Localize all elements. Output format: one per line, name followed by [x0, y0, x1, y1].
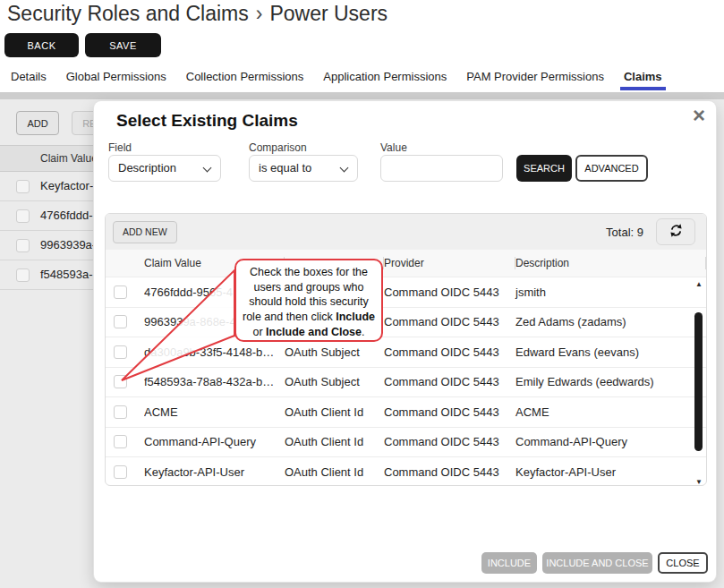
claim-type-cell: OAuth Subject [285, 315, 384, 328]
provider-cell: Command OIDC 5443 [384, 345, 515, 359]
description-cell: Command-API-Query [515, 435, 706, 448]
row-checkbox[interactable] [114, 435, 127, 448]
description-cell: Zed Adams (zadams) [515, 315, 706, 328]
tab-application-permissions[interactable]: Application Permissions [323, 70, 447, 90]
claim-type-cell: OAuth Subject [285, 285, 384, 299]
row-checkbox[interactable] [114, 405, 127, 419]
provider-cell: Command OIDC 5443 [384, 435, 515, 448]
tab-bar: DetailsGlobal PermissionsCollection Perm… [11, 70, 662, 90]
column-header-provider: Provider [384, 250, 515, 277]
breadcrumb-parent[interactable]: Security Roles and Claims [7, 2, 249, 25]
add-new-button[interactable]: ADD NEW [113, 221, 177, 243]
row-checkbox[interactable] [114, 345, 127, 359]
save-button[interactable]: SAVE [85, 33, 161, 57]
add-button[interactable]: ADD [16, 111, 59, 135]
close-icon[interactable]: × [693, 103, 705, 129]
breadcrumb: Security Roles and Claims›Power Users [7, 2, 388, 26]
advanced-button[interactable]: ADVANCED [575, 155, 648, 182]
claim-value-cell: f548593a- [40, 268, 93, 281]
claim-type-cell: OAuth Client Id [285, 405, 384, 419]
grid-column-headers: Claim ValueClaim TypeProviderDescription [106, 250, 706, 277]
list-item: Keyfactor-API-UserOAuth Client IdCommand… [106, 456, 706, 486]
search-button[interactable]: SEARCH [516, 155, 572, 182]
row-checkbox[interactable] [16, 239, 30, 252]
provider-cell: Command OIDC 5443 [384, 375, 515, 388]
total-count: Total: 9 [606, 226, 643, 239]
list-item: ACMEOAuth Client IdCommand OIDC 5443ACME [106, 396, 706, 427]
tab-pam-provider-permissions[interactable]: PAM Provider Permissions [466, 70, 604, 90]
list-item: Command-API-QueryOAuth Client IdCommand … [106, 427, 706, 457]
provider-cell: Command OIDC 5443 [384, 285, 515, 299]
claim-value-cell: f548593a-78a8-432a-b… [144, 375, 285, 388]
claims-grid: ADD NEW Total: 9 Claim ValueClaim TypePr… [105, 213, 707, 486]
content-divider [0, 92, 724, 99]
claim-type-cell: OAuth Subject [285, 345, 384, 359]
scroll-up-icon[interactable]: ▲ [694, 280, 704, 288]
claim-value-cell: ACME [144, 405, 285, 419]
provider-cell: Command OIDC 5443 [384, 315, 515, 328]
description-cell: Keyfactor-API-User [515, 465, 706, 479]
claim-type-cell: OAuth Subject [285, 375, 384, 388]
grid-toolbar: ADD NEW Total: 9 [106, 214, 706, 250]
comparison-label: Comparison [249, 141, 307, 154]
chevron-down-icon [203, 164, 212, 173]
claim-type-cell: OAuth Client Id [285, 465, 384, 479]
refresh-button[interactable] [656, 218, 695, 245]
list-item: 4766fddd-9565-4…OAuth SubjectCommand OID… [106, 277, 706, 307]
value-label: Value [380, 141, 407, 154]
refresh-icon [669, 223, 684, 242]
page-title: Power Users [269, 2, 388, 25]
claim-value-cell: Keyfactor- [40, 179, 93, 192]
back-button[interactable]: BACK [4, 33, 79, 57]
header-checkbox-spacer [106, 250, 144, 277]
select-existing-claims-dialog: × Select Existing Claims Field Compariso… [94, 101, 716, 582]
claim-value-cell: 9963939a- [40, 238, 96, 251]
comparison-select-value: is equal to [259, 161, 311, 175]
dialog-title: Select Existing Claims [116, 111, 298, 131]
tab-global-permissions[interactable]: Global Permissions [66, 70, 166, 90]
row-checkbox[interactable] [114, 315, 127, 328]
row-checkbox[interactable] [114, 465, 127, 479]
claim-value-cell: 4766fddd- [40, 209, 93, 222]
provider-cell: Command OIDC 5443 [384, 465, 515, 479]
list-item: da300a9b-33f5-4148-b…OAuth SubjectComman… [106, 337, 706, 367]
close-button[interactable]: CLOSE [658, 552, 708, 574]
column-header-description: Description [515, 250, 706, 277]
include-button[interactable]: INCLUDE [481, 552, 537, 574]
row-checkbox[interactable] [114, 285, 127, 299]
column-header-claim-value: Claim Value [144, 250, 285, 277]
description-cell: ACME [515, 405, 706, 419]
claim-value-cell: 9963939a-868e-4d… [144, 315, 285, 328]
claim-value-cell: 4766fddd-9565-4… [144, 285, 285, 299]
tab-claims[interactable]: Claims [624, 70, 662, 90]
claim-value-cell: Command-API-Query [144, 435, 285, 448]
claim-type-cell: OAuth Client Id [285, 435, 384, 448]
list-item: f548593a-78a8-432a-b…OAuth SubjectComman… [106, 367, 706, 397]
scrollbar-thumb[interactable] [694, 312, 703, 451]
claim-value-cell: da300a9b-33f5-4148-b… [144, 345, 285, 359]
scroll-down-icon[interactable]: ▼ [694, 478, 704, 486]
field-label: Field [108, 141, 132, 154]
grid-rows: 4766fddd-9565-4…OAuth SubjectCommand OID… [106, 277, 706, 486]
row-checkbox[interactable] [16, 209, 30, 223]
field-select-value: Description [118, 161, 176, 175]
row-checkbox[interactable] [16, 268, 30, 282]
comparison-select[interactable]: is equal to [249, 155, 358, 182]
field-select[interactable]: Description [108, 155, 221, 182]
tab-details[interactable]: Details [11, 70, 47, 90]
description-cell: jsmith [515, 285, 706, 299]
value-input[interactable] [380, 155, 503, 182]
claim-value-cell: Keyfactor-API-User [144, 465, 285, 479]
column-header-claim-type: Claim Type [285, 250, 384, 277]
tab-collection-permissions[interactable]: Collection Permissions [186, 70, 304, 90]
list-item: 9963939a-868e-4d…OAuth SubjectCommand OI… [106, 307, 706, 337]
chevron-down-icon [340, 164, 349, 173]
provider-cell: Command OIDC 5443 [384, 405, 515, 419]
row-checkbox[interactable] [114, 375, 127, 388]
breadcrumb-separator: › [249, 2, 270, 25]
scrollbar: ▲ ▼ [694, 278, 704, 486]
description-cell: Emily Edwards (eedwards) [515, 375, 706, 388]
description-cell: Edward Evans (eevans) [515, 345, 706, 359]
include-and-close-button[interactable]: INCLUDE AND CLOSE [542, 552, 652, 574]
row-checkbox[interactable] [16, 180, 30, 193]
